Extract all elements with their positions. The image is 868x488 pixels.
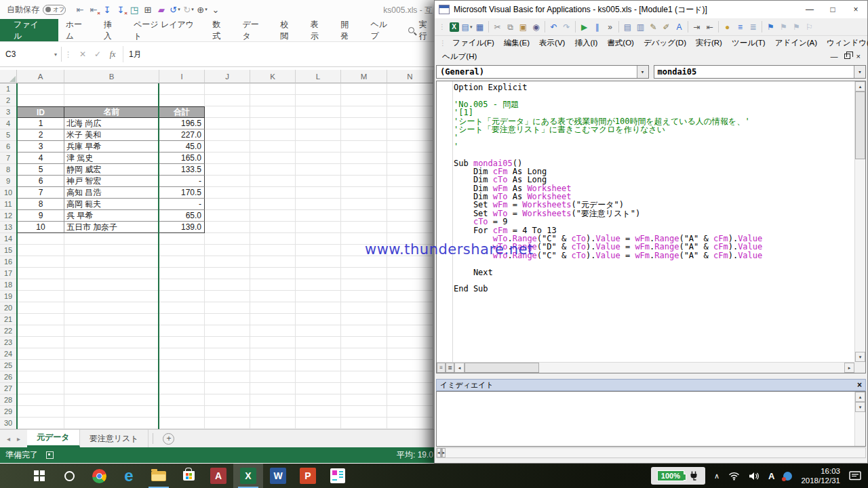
insert-cells-left-icon[interactable]: ⇤ (73, 3, 87, 16)
cell-M26[interactable] (341, 371, 387, 383)
cell-A25[interactable] (17, 360, 64, 371)
fill-down-icon[interactable]: ↧ (100, 3, 114, 16)
cell-K25[interactable] (250, 360, 296, 371)
scroll-up-icon[interactable]: ▴ (855, 392, 865, 402)
ime-indicator[interactable]: A (768, 471, 774, 481)
cell-J21[interactable] (205, 314, 250, 325)
run-icon[interactable]: ▶ (578, 20, 591, 34)
cell-K18[interactable] (250, 279, 296, 291)
cell-N26[interactable] (387, 371, 433, 383)
uncomment-block-icon[interactable]: ≣ (747, 20, 760, 34)
row-header-11[interactable]: 11 (0, 199, 17, 210)
list-constants-icon[interactable]: ▥ (634, 20, 647, 34)
view-excel-icon[interactable]: X (448, 20, 460, 34)
cell-L1[interactable] (296, 83, 341, 95)
cell-B25[interactable] (64, 360, 159, 371)
code-text[interactable]: Option Explicit 'No.005 - 問題'[1]'シート「元デー… (454, 83, 854, 362)
cell-L19[interactable] (296, 291, 341, 302)
tab-file[interactable]: ファイル (0, 19, 58, 41)
row-header-8[interactable]: 8 (0, 164, 17, 176)
cell-N30[interactable] (387, 418, 433, 429)
row-header-19[interactable]: 19 (0, 291, 17, 302)
cell-M22[interactable] (341, 325, 387, 337)
cell-A9[interactable]: 6 (17, 176, 64, 187)
mdi-restore-icon[interactable] (844, 54, 850, 59)
cell-L25[interactable] (296, 360, 341, 371)
cell-J22[interactable] (205, 325, 250, 337)
cell-N10[interactable] (387, 187, 433, 199)
chrome-icon[interactable] (84, 464, 114, 488)
cell-L14[interactable] (296, 233, 341, 245)
cell-B13[interactable]: 五日市 加奈子 (64, 222, 159, 233)
cell-M7[interactable] (341, 152, 387, 164)
column-header-L[interactable]: L (296, 70, 341, 83)
menu-item[interactable]: 挿入(I) (570, 38, 602, 48)
enter-icon[interactable]: ✓ (90, 49, 105, 59)
code-vertical-scrollbar[interactable]: ▴ ▾ (854, 81, 865, 362)
cell-A10[interactable]: 7 (17, 187, 64, 199)
cell-K9[interactable] (250, 176, 296, 187)
cortana-button[interactable] (54, 464, 84, 488)
cell-M12[interactable] (341, 210, 387, 222)
row-header-23[interactable]: 23 (0, 337, 17, 348)
prev-bookmark-icon[interactable]: ⚑ (790, 20, 803, 34)
delete-cells-left-icon[interactable]: ⇤× (87, 3, 100, 16)
cell-B27[interactable] (64, 383, 159, 394)
cell-I25[interactable] (159, 360, 205, 371)
cell-J27[interactable] (205, 383, 250, 394)
cell-I14[interactable] (159, 233, 205, 245)
ribbon-tab[interactable]: 開発 (333, 19, 363, 41)
row-header-25[interactable]: 25 (0, 360, 17, 371)
menu-item[interactable]: 書式(O) (602, 38, 639, 48)
cell-B12[interactable]: 呉 早希 (64, 210, 159, 222)
save-icon[interactable]: ▰ (155, 3, 168, 16)
row-header-26[interactable]: 26 (0, 371, 17, 383)
cell-B6[interactable]: 兵庫 早希 (64, 141, 159, 152)
cell-B20[interactable] (64, 302, 159, 314)
cell-M18[interactable] (341, 279, 387, 291)
cell-M29[interactable] (341, 406, 387, 418)
cell-N29[interactable] (387, 406, 433, 418)
list-properties-icon[interactable]: ▤ (621, 20, 634, 34)
mdi-minimize-icon[interactable]: — (831, 52, 838, 60)
cell-I18[interactable] (159, 279, 205, 291)
cell-M17[interactable] (341, 268, 387, 279)
cell-N5[interactable] (387, 129, 433, 141)
cell-N6[interactable] (387, 141, 433, 152)
column-header-J[interactable]: J (205, 70, 250, 83)
more-buttons-icon[interactable]: » (604, 20, 616, 34)
cell-A5[interactable]: 2 (17, 129, 64, 141)
scrollbar-thumb[interactable] (465, 363, 539, 373)
undo-icon[interactable]: ↺▾ (168, 3, 182, 16)
ribbon-tab[interactable]: ヘルプ (363, 19, 401, 41)
code-line[interactable] (454, 277, 854, 285)
column-header-K[interactable]: K (250, 70, 296, 83)
cell-A3[interactable]: ID (17, 106, 64, 118)
cell-L22[interactable] (296, 325, 341, 337)
cell-J30[interactable] (205, 418, 250, 429)
cell-M27[interactable] (341, 383, 387, 394)
cell-J13[interactable] (205, 222, 250, 233)
find-icon[interactable]: ◉ (530, 20, 542, 34)
vba-title-bar[interactable]: Microsoft Visual Basic for Applications … (435, 1, 867, 18)
cell-L30[interactable] (296, 418, 341, 429)
cell-N27[interactable] (387, 383, 433, 394)
cell-M1[interactable] (341, 83, 387, 95)
redo-icon[interactable]: ↷ (560, 20, 573, 34)
cell-J8[interactable] (205, 164, 250, 176)
cell-K26[interactable] (250, 371, 296, 383)
cell-M10[interactable] (341, 187, 387, 199)
cell-K20[interactable] (250, 302, 296, 314)
cell-B7[interactable]: 津 篤史 (64, 152, 159, 164)
cell-K29[interactable] (250, 406, 296, 418)
cell-N19[interactable] (387, 291, 433, 302)
cell-J14[interactable] (205, 233, 250, 245)
formula-input[interactable]: 1月 (123, 46, 434, 62)
autosave-switch-icon[interactable]: オフ (43, 5, 66, 15)
undo-icon[interactable]: ↶ (547, 20, 560, 34)
cell-A6[interactable]: 3 (17, 141, 64, 152)
cell-L5[interactable] (296, 129, 341, 141)
cell-K30[interactable] (250, 418, 296, 429)
cell-M8[interactable] (341, 164, 387, 176)
cell-M30[interactable] (341, 418, 387, 429)
